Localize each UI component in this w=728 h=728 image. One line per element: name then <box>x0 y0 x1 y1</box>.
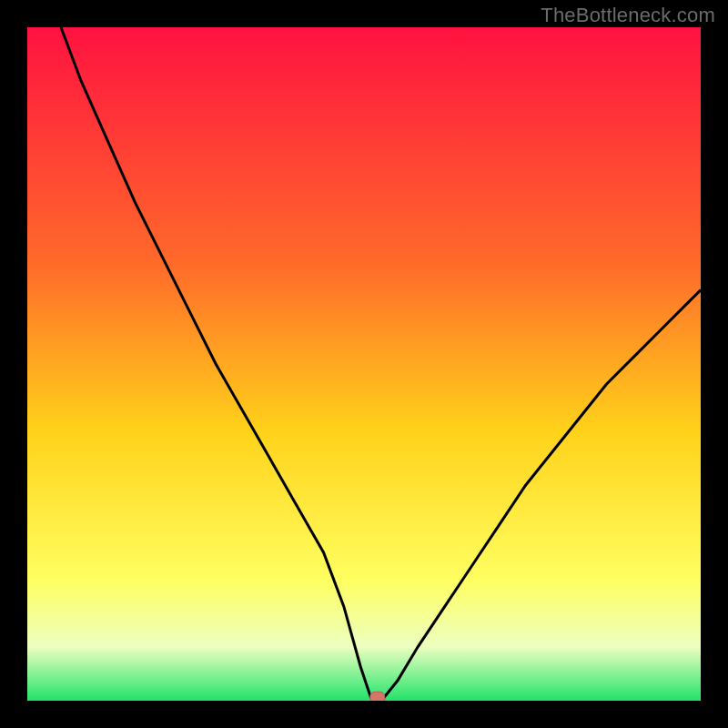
bottleneck-chart <box>27 27 701 701</box>
plot-area <box>27 27 701 701</box>
watermark-text: TheBottleneck.com <box>541 4 715 27</box>
gradient-background <box>27 27 701 701</box>
optimal-point-marker <box>370 692 385 701</box>
chart-frame: TheBottleneck.com <box>0 0 728 728</box>
